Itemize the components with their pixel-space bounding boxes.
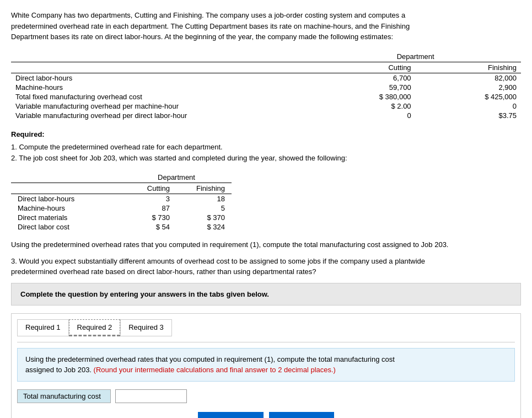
tabs-row: Required 1 Required 2 Required 3	[17, 319, 515, 336]
total-mfg-row: Total manufacturing cost	[17, 389, 515, 403]
dept-table-row: Variable manufacturing overhead per mach…	[11, 101, 521, 111]
job-row-finishing: 5	[176, 203, 232, 213]
job-table-row: Direct labor cost $ 54 $ 324	[11, 222, 232, 232]
job-row-label: Direct labor cost	[11, 222, 121, 232]
dept-table-row: Variable manufacturing overhead per dire…	[11, 111, 521, 120]
instruction-box: Complete the question by entering your a…	[11, 283, 521, 306]
dept-row-finishing: 2,900	[416, 83, 521, 92]
dept-row-cutting: 59,700	[310, 83, 415, 92]
dept-row-label: Direct labor-hours	[11, 73, 310, 83]
required-list: 1. Compute the predetermined overhead ra…	[11, 142, 521, 165]
dept-row-label: Total fixed manufacturing overhead cost	[11, 92, 310, 101]
job-table-finishing-h: Finishing	[176, 183, 232, 194]
tab-required2[interactable]: Required 2	[69, 319, 121, 336]
dept-row-label: Machine-hours	[11, 83, 310, 92]
required-item-2: 2. The job cost sheet for Job 203, which…	[11, 153, 521, 164]
dept-table-empty-header	[11, 51, 310, 62]
dept-row-finishing: $ 425,000	[416, 92, 521, 101]
job-row-label: Direct labor-hours	[11, 194, 121, 204]
dept-table-finishing-header: Finishing	[416, 62, 521, 73]
tabs-container: Required 1 Required 2 Required 3 Using t…	[11, 313, 521, 418]
job-row-cutting: 87	[121, 203, 176, 213]
job-row-label: Machine-hours	[11, 203, 121, 213]
job-table-label-h	[11, 183, 121, 194]
job-table: Department Cutting Finishing Direct labo…	[11, 172, 232, 232]
required-item-1: 1. Compute the predetermined overhead ra…	[11, 142, 521, 153]
required-header: Required:	[11, 130, 521, 138]
intro-paragraph: White Company has two departments, Cutti…	[11, 10, 521, 42]
total-mfg-input[interactable]	[115, 389, 187, 403]
job-row-cutting: 3	[121, 194, 176, 204]
department-estimates-table: Department Cutting Finishing Direct labo…	[11, 51, 521, 120]
job-table-row: Direct labor-hours 3 18	[11, 194, 232, 204]
job-row-label: Direct materials	[11, 213, 121, 222]
tab-required3[interactable]: Required 3	[120, 319, 172, 336]
body-text-2: 3. Would you expect substantially differ…	[11, 256, 521, 277]
tab-required1[interactable]: Required 1	[17, 319, 69, 336]
dept-row-cutting: $ 2.00	[310, 101, 415, 111]
dept-table-label-header	[11, 62, 310, 73]
job-row-cutting: $ 730	[121, 213, 176, 222]
dept-row-finishing: 82,000	[416, 73, 521, 83]
tab2-content: Using the predetermined overhead rates t…	[17, 342, 515, 418]
job-table-row: Direct materials $ 730 $ 370	[11, 213, 232, 222]
dept-row-cutting: $ 380,000	[310, 92, 415, 101]
next-button[interactable]: Required 3 >	[269, 412, 335, 418]
dept-row-label: Variable manufacturing overhead per mach…	[11, 101, 310, 111]
job-table-dept-header: Department	[121, 172, 232, 183]
total-mfg-label: Total manufacturing cost	[17, 389, 111, 403]
nav-buttons: < Required 1 Required 3 >	[17, 412, 515, 418]
job-row-finishing: 18	[176, 194, 232, 204]
dept-table-row: Total fixed manufacturing overhead cost …	[11, 92, 521, 101]
prev-button[interactable]: < Required 1	[198, 412, 264, 418]
job-table-row: Machine-hours 87 5	[11, 203, 232, 213]
dept-table-row: Machine-hours 59,700 2,900	[11, 83, 521, 92]
dept-table-cutting-header: Cutting	[310, 62, 415, 73]
job-table-cutting-h: Cutting	[121, 183, 176, 194]
dept-row-finishing: $3.75	[416, 111, 521, 120]
dept-row-label: Variable manufacturing overhead per dire…	[11, 111, 310, 120]
intro-text-2: predetermined overhead rate in each depa…	[11, 22, 410, 30]
body-text-1: Using the predetermined overhead rates t…	[11, 239, 521, 250]
intro-text-1: White Company has two departments, Cutti…	[11, 11, 405, 19]
tab2-info-box: Using the predetermined overhead rates t…	[17, 348, 515, 382]
job-table-empty	[11, 172, 121, 183]
job-row-finishing: $ 370	[176, 213, 232, 222]
dept-row-finishing: 0	[416, 101, 521, 111]
dept-table-row: Direct labor-hours 6,700 82,000	[11, 73, 521, 83]
dept-row-cutting: 0	[310, 111, 415, 120]
job-row-finishing: $ 324	[176, 222, 232, 232]
dept-row-cutting: 6,700	[310, 73, 415, 83]
dept-table-header: Department	[310, 51, 521, 62]
job-row-cutting: $ 54	[121, 222, 176, 232]
intro-text-3: Department bases its rate on direct labo…	[11, 33, 393, 41]
